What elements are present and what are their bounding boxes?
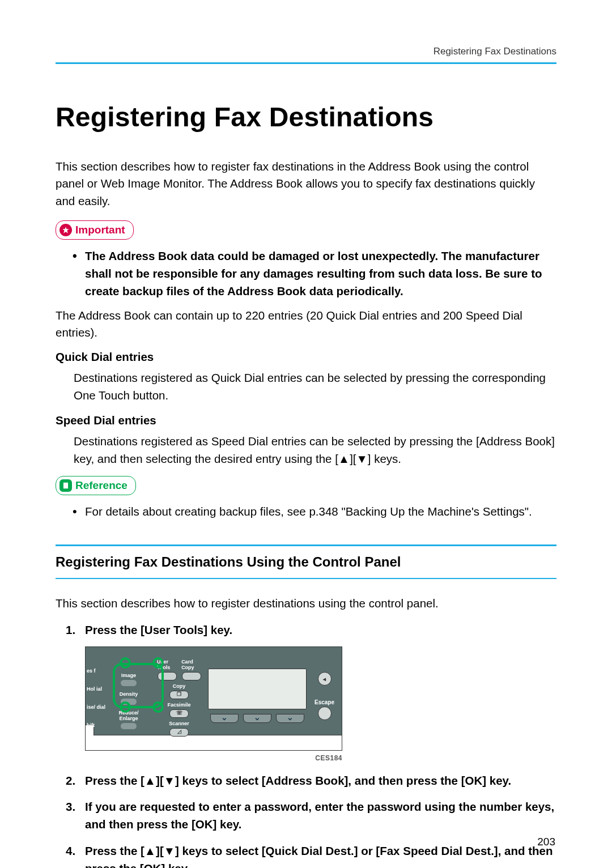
step-4: Press the [▲][▼] keys to select [Quick D… [66, 843, 556, 868]
step-1: Press the [User Tools] key. es f Hol ial… [66, 622, 556, 763]
control-panel: es f Hol ial ise/ dial hift ert Image [85, 646, 342, 750]
reference-item: For details about creating backup files,… [73, 503, 556, 521]
running-head: Registering Fax Destinations [56, 44, 556, 64]
scanner-label: Scanner [169, 721, 189, 727]
soft-key-tabs [210, 714, 304, 723]
fax-icon: ☏ [176, 710, 182, 716]
edge-label: hift [87, 723, 105, 733]
reduce-enlarge-key-label: Reduce/ Enlarge [118, 710, 138, 722]
def-term-quick-dial: Quick Dial entries [56, 348, 556, 366]
edge-label: es f [87, 669, 105, 679]
page-title: Registering Fax Destinations [56, 97, 556, 138]
edge-label: ise/ dial [87, 705, 105, 715]
escape-label: Escape [314, 698, 334, 707]
step-3: If you are requested to enter a password… [66, 798, 556, 833]
important-item: The Address Book data could be damaged o… [73, 248, 556, 300]
copy-key: Copy ❐ [169, 684, 189, 699]
page-number: 203 [537, 834, 555, 850]
facsimile-label: Facsimile [167, 703, 190, 708]
soft-key-tab [243, 714, 271, 723]
image-key-label: Image [121, 673, 136, 679]
soft-key-tab [210, 714, 239, 723]
scanner-key: Scanner ◿ [169, 721, 189, 737]
panel-bottom-strip [86, 735, 342, 750]
step-3-text: If you are requested to enter a password… [85, 800, 554, 831]
edge-label: Hol ial [87, 687, 105, 697]
pill-button [121, 680, 137, 686]
important-callout-label: Important [56, 220, 134, 240]
step-4-text: Press the [▲][▼] keys to select [Quick D… [85, 844, 553, 868]
control-panel-figure: es f Hol ial ise/ dial hift ert Image [85, 646, 556, 763]
note-icon [60, 479, 72, 492]
scanner-icon: ◿ [177, 729, 181, 735]
panel-mid-column: User Tools Card Copy Copy ❐ [157, 659, 201, 736]
pill-button [182, 672, 201, 680]
section-heading: Registering Fax Destinations Using the C… [56, 544, 556, 579]
important-list: The Address Book data could be damaged o… [73, 248, 556, 300]
panel-right-column: ◂ Escape [314, 659, 334, 720]
pill-button: ☏ [169, 709, 189, 718]
pill-button: ◿ [169, 728, 189, 737]
step-2-text: Press the [▲][▼] keys to select [Address… [85, 774, 511, 787]
def-body-speed-dial: Destinations registered as Speed Dial en… [74, 433, 556, 468]
facsimile-key: Facsimile ☏ [167, 703, 190, 718]
step-2: Press the [▲][▼] keys to select [Address… [66, 772, 556, 790]
edge-label: ert [87, 741, 105, 751]
copy-label: Copy [173, 684, 186, 690]
reference-list: For details about creating backup files,… [73, 503, 556, 521]
escape-button [318, 707, 332, 720]
image-key: Image [105, 673, 152, 686]
reduce-enlarge-key: Reduce/ Enlarge [105, 710, 152, 729]
panel-edge-labels: es f Hol ial ise/ dial hift ert [87, 669, 105, 751]
density-key-label: Density [120, 692, 138, 697]
def-body-quick-dial: Destinations registered as Quick Dial en… [74, 369, 556, 405]
star-icon [60, 224, 72, 236]
nav-button: ◂ [318, 672, 332, 686]
pill-button [158, 672, 177, 680]
pill-button [121, 723, 137, 729]
soft-key-tab [276, 714, 304, 723]
section-lead: This section describes how to register d… [56, 595, 556, 612]
def-term-speed-dial: Speed Dial entries [56, 412, 556, 429]
steps-list: Press the [User Tools] key. es f Hol ial… [66, 622, 556, 869]
copy-icon: ❐ [177, 692, 181, 697]
panel-left-column: Image Density Reduce/ Enlarge [105, 659, 152, 729]
card-copy-label: Card Copy [181, 659, 201, 671]
reference-label-text: Reference [75, 478, 128, 494]
lcd-screen [208, 669, 307, 709]
figure-caption: CES184 [85, 753, 342, 763]
capacity-paragraph: The Address Book can contain up to 220 e… [56, 307, 556, 342]
page: Registering Fax Destinations Registering… [0, 0, 612, 868]
intro-paragraph: This section describes how to register f… [56, 158, 556, 210]
important-label-text: Important [75, 222, 125, 239]
step-1-text: Press the [User Tools] key. [85, 623, 232, 636]
reference-callout-label: Reference [56, 476, 136, 496]
pill-button: ❐ [169, 691, 189, 699]
card-copy-key: Card Copy [181, 659, 201, 680]
